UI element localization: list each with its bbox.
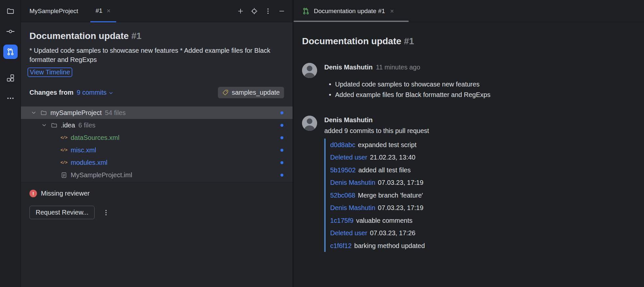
timeline-panel: Documentation update #1 Documentation up…	[294, 0, 644, 287]
commit-author-link[interactable]: Deleted user	[330, 154, 367, 161]
unviewed-dot-icon	[280, 174, 283, 177]
commit-entry: 1c175f9valuable comments Deleted user07.…	[330, 214, 634, 239]
tree-row[interactable]: </> dataSources.xml	[21, 131, 293, 144]
left-panel-toolbar	[236, 7, 286, 15]
post-head: Denis Mashutin 11 minutes ago	[324, 63, 634, 71]
kebab-icon[interactable]	[264, 7, 272, 15]
error-icon: !	[29, 190, 37, 197]
tree-row[interactable]: </> misc.xml	[21, 144, 293, 156]
pull-requests-icon[interactable]	[3, 45, 18, 59]
close-icon[interactable]	[106, 9, 111, 13]
commit-line: 1c175f9valuable comments	[330, 214, 634, 227]
minimize-icon[interactable]	[277, 7, 286, 15]
tab-label: #1	[96, 7, 102, 14]
avatar	[302, 116, 317, 131]
pr-title-text: Documentation update	[29, 31, 129, 41]
commit-author-link[interactable]: Denis Mashutin	[330, 204, 375, 211]
commits-dropdown[interactable]: 9 commits	[77, 89, 113, 96]
commit-author-link[interactable]: Deleted user	[330, 229, 367, 237]
chevron-down-icon[interactable]	[31, 110, 37, 116]
tree-row[interactable]: </> modules.xml	[21, 156, 293, 169]
unviewed-dot-icon	[280, 149, 283, 152]
post-author: Denis Mashutin	[324, 64, 373, 71]
avatar	[302, 63, 317, 78]
tree-item-label: misc.xml	[71, 146, 96, 154]
project-folder-icon[interactable]	[3, 4, 18, 18]
timeline-post: Denis Mashutin 11 minutes ago • Updated …	[302, 63, 634, 100]
commit-meta-line: Deleted user07.03.23, 17:26	[330, 227, 634, 239]
pull-request-icon	[302, 7, 310, 15]
post-author: Denis Mashutin	[324, 116, 373, 124]
bullet-marker: •	[329, 89, 331, 100]
tree-row[interactable]: .idea 6 files	[21, 119, 293, 131]
warning-text: Missing reviewer	[41, 190, 90, 197]
bullet-text: Added example files for Black formatter …	[335, 89, 491, 100]
xml-file-icon: </>	[60, 135, 67, 140]
post-time: 11 minutes ago	[376, 64, 420, 71]
tree-item-label: mySampleProject	[50, 109, 102, 117]
close-icon[interactable]	[390, 9, 394, 13]
commit-date: 07.03.23, 17:19	[378, 204, 423, 211]
commit-hash-link[interactable]: 1c175f9	[330, 217, 353, 224]
unviewed-dot-icon	[280, 124, 283, 127]
changes-row: Changes from 9 commits samples_update	[29, 86, 284, 99]
tag-icon	[222, 89, 229, 96]
plus-icon[interactable]	[236, 7, 245, 15]
tree-item-label: MySampleProject.iml	[71, 171, 132, 179]
tree-item-label: dataSources.xml	[71, 134, 119, 142]
structure-icon[interactable]	[3, 71, 18, 85]
timeline-tabbar: Documentation update #1	[294, 0, 644, 22]
pr-details: Documentation update #1 * Updated code s…	[21, 22, 293, 182]
unviewed-dot-icon	[280, 161, 283, 164]
changes-from-label: Changes from	[29, 89, 73, 96]
activity-bar	[0, 0, 21, 287]
unviewed-dot-icon	[280, 111, 283, 114]
pr-title: Documentation update #1	[29, 30, 284, 42]
branch-tag-chip[interactable]: samples_update	[218, 87, 284, 98]
changes-tree: mySampleProject 54 files .idea 6 files <…	[21, 106, 293, 181]
commit-date: 07.03.23, 17:19	[378, 179, 423, 186]
commit-meta-line: Deleted user21.02.23, 13:40	[330, 151, 634, 163]
commit-line: 52bc068Merge branch 'feature'	[330, 189, 634, 201]
timeline-tab-title[interactable]: Documentation update #1	[314, 8, 385, 15]
tag-label: samples_update	[232, 89, 280, 96]
target-icon[interactable]	[250, 7, 259, 15]
timeline-heading-title: Documentation update	[302, 36, 401, 46]
timeline-heading: Documentation update #1	[302, 35, 634, 47]
commit-author-link[interactable]: Denis Mashutin	[330, 179, 375, 186]
chevron-down-icon	[108, 89, 114, 96]
commit-hash-link[interactable]: c1f6f12	[330, 242, 352, 249]
chevron-down-icon[interactable]	[41, 122, 47, 128]
view-timeline-link[interactable]: View Timeline	[27, 67, 72, 77]
more-icon[interactable]	[3, 91, 18, 105]
request-review-button[interactable]: Request Review...	[29, 206, 95, 219]
post-bullet-list: • Updated code samples to showcase new f…	[324, 79, 634, 100]
review-actions: Request Review...	[29, 206, 284, 219]
tree-row[interactable]: mySampleProject 54 files	[21, 106, 293, 119]
folder-icon	[40, 109, 47, 116]
commit-entry: d0d8abcexpanded test script Deleted user…	[330, 139, 634, 163]
commit-entry: 52bc068Merge branch 'feature' Denis Mash…	[330, 189, 634, 214]
timeline-heading-number: #1	[404, 36, 414, 46]
pull-request-panel: MySampleProject #1	[21, 0, 293, 287]
review-footer: ! Missing reviewer Request Review...	[21, 182, 293, 287]
commit-message: valuable comments	[356, 217, 412, 224]
tree-item-meta: 54 files	[105, 109, 126, 117]
commit-line: c1f6f12barking method updated	[330, 239, 634, 252]
tab-indicator	[294, 21, 409, 22]
commit-hash-link[interactable]: 5b19502	[330, 166, 356, 174]
tab-pr-1[interactable]: #1	[90, 0, 116, 22]
unviewed-dot-icon	[280, 136, 283, 139]
commit-hash-link[interactable]: 52bc068	[330, 192, 355, 199]
commits-dropdown-label: 9 commits	[77, 89, 106, 96]
commit-hash-link[interactable]: d0d8abc	[330, 141, 355, 148]
warning-row: ! Missing reviewer	[29, 190, 284, 197]
kebab-icon[interactable]	[102, 209, 110, 216]
tree-row[interactable]: MySampleProject.iml	[21, 169, 293, 181]
post-body: Denis Mashutin 11 minutes ago • Updated …	[324, 63, 634, 100]
commit-message: expanded test script	[358, 141, 417, 148]
file-icon	[60, 172, 67, 179]
xml-file-icon: </>	[60, 160, 67, 165]
commit-message: Merge branch 'feature'	[358, 192, 423, 199]
commit-icon[interactable]	[3, 24, 18, 39]
